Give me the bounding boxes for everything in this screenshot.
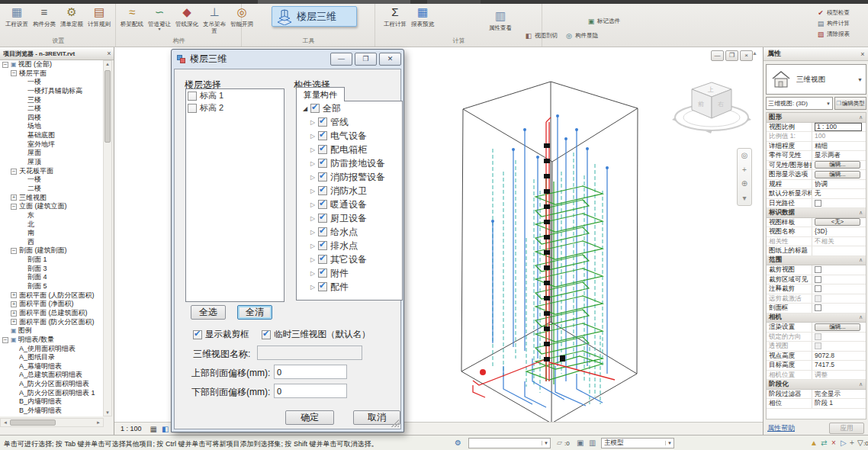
property-value[interactable] <box>812 294 866 304</box>
checkbox-icon[interactable] <box>262 330 271 339</box>
project-calc-button[interactable]: Σ工程计算 <box>381 5 409 38</box>
tree-item[interactable]: 一楼 <box>0 78 104 87</box>
restore-icon[interactable]: ❐ <box>725 50 738 61</box>
property-value[interactable]: 编辑... <box>812 161 866 170</box>
model-check-button[interactable]: ✔模型检查 <box>816 8 850 18</box>
close-icon[interactable]: × <box>104 50 114 57</box>
chevron-down-icon[interactable]: ▼ <box>857 77 863 82</box>
expand-icon[interactable]: ▷ <box>309 270 317 277</box>
checkbox-icon[interactable] <box>188 104 197 113</box>
floor-list[interactable]: 标高 1标高 2 <box>185 88 285 302</box>
checkbox-icon[interactable] <box>318 268 327 278</box>
checkbox-icon[interactable] <box>318 241 327 250</box>
tree-item[interactable]: 屋顶 <box>0 158 104 167</box>
worksets-icon[interactable]: ⚙ <box>455 439 461 447</box>
design-option-dropdown[interactable]: 主模型▼ <box>601 438 674 448</box>
tab-quantity-components[interactable]: 算量构件 <box>296 87 345 101</box>
properties-header[interactable]: 属性 × <box>764 47 868 61</box>
component-category-button[interactable]: ≡构件分类 <box>31 5 58 38</box>
clear-report-button[interactable]: ▧清除报表 <box>816 29 850 39</box>
visual-style-icon[interactable]: ◧ <box>162 425 169 433</box>
component-tree-item[interactable]: ▷暖通设备 <box>297 198 402 211</box>
link-select-icon[interactable]: ▷ <box>841 439 847 447</box>
tree-item[interactable]: 剖面 4 <box>0 273 104 282</box>
expand-icon[interactable]: ▷ <box>309 174 317 181</box>
view-cube[interactable]: 上 前 右 <box>670 67 754 151</box>
project-browser-header[interactable]: 项目浏览器 - n-3REVIT.rvt × <box>0 47 114 60</box>
view-scale[interactable]: 1 : 100 <box>121 425 142 432</box>
tree-item[interactable]: −▣明细表/数量 <box>0 336 104 345</box>
property-checkbox[interactable] <box>815 276 821 283</box>
minimize-icon[interactable]: — <box>711 50 724 61</box>
property-edit-button[interactable]: 编辑... <box>815 171 860 178</box>
property-value[interactable]: 完全显示 <box>812 390 866 399</box>
scrollbar-thumb[interactable] <box>10 419 56 426</box>
browser-vertical-scrollbar[interactable]: ▲ ▼ <box>103 60 112 416</box>
property-value[interactable]: 7417.5 <box>812 361 866 370</box>
property-value[interactable]: 9072.8 <box>812 352 866 361</box>
component-tree-item[interactable]: ▷排水点 <box>297 239 402 252</box>
tree-item[interactable]: 屋面 <box>0 149 104 158</box>
component-tree-item[interactable]: ▷管线 <box>297 115 402 129</box>
collapse-icon[interactable]: ∧ <box>859 314 863 320</box>
properties-help-link[interactable]: 属性帮助 <box>767 423 829 433</box>
property-section-header[interactable]: 范围∧ <box>767 256 866 266</box>
top-offset-input[interactable] <box>274 365 347 379</box>
project-settings-button[interactable]: ▦工程设置 <box>3 5 31 38</box>
tree-item[interactable]: 一楼 <box>0 175 104 185</box>
property-value[interactable] <box>812 342 866 351</box>
checkbox-icon[interactable] <box>318 186 327 195</box>
tree-item[interactable]: A_图纸目录 <box>0 353 104 362</box>
tree-item[interactable]: 剖面 3 <box>0 265 104 274</box>
component-tree-item[interactable]: ◢全部 <box>297 101 402 115</box>
checkbox-icon[interactable] <box>318 117 327 127</box>
checkbox-icon[interactable] <box>318 282 327 291</box>
expand-icon[interactable]: ▷ <box>309 146 317 153</box>
tree-item[interactable]: A_使用面积明细表 <box>0 345 104 354</box>
tree-item[interactable]: +面积平面 (防火分区面积) <box>0 318 104 327</box>
property-value[interactable]: 100 <box>812 132 866 141</box>
property-value[interactable]: 1 : 100 <box>812 123 866 132</box>
property-value[interactable]: 无 <box>812 189 866 198</box>
property-value[interactable] <box>812 246 866 256</box>
tree-item[interactable]: A_防火分区面积明细表 1 <box>0 389 104 398</box>
type-selector[interactable]: 三维视图 ▼ <box>766 64 866 95</box>
collapse-icon[interactable]: − <box>2 62 8 68</box>
ok-button[interactable]: 确定 <box>285 410 334 425</box>
property-checkbox[interactable] <box>815 285 821 292</box>
checkbox-icon[interactable] <box>193 330 202 339</box>
property-value[interactable]: {3D} <box>812 227 866 236</box>
tree-item[interactable]: 二楼 <box>0 185 104 194</box>
tray-wiring-button[interactable]: ≈桥架配线 <box>118 5 146 38</box>
property-value[interactable]: 精细 <box>812 142 866 151</box>
component-visibility-button[interactable]: ◎ 构件显隐 <box>564 31 598 40</box>
expand-icon[interactable]: ▷ <box>309 215 317 222</box>
zoom-icon[interactable]: ⊕ <box>741 180 747 188</box>
property-value[interactable] <box>812 333 866 342</box>
hanger-layout-button[interactable]: ⊥支吊架布置 <box>201 5 228 38</box>
calc-rules-button[interactable]: ▤计算规则 <box>85 5 113 38</box>
tree-item[interactable]: 东 <box>0 211 104 220</box>
expand-icon[interactable]: + <box>11 194 17 201</box>
tree-item[interactable]: −▣视图 (全部) <box>0 60 104 69</box>
workset-dropdown[interactable]: ▼ <box>468 438 551 448</box>
component-tree-item[interactable]: ▷其它设备 <box>297 252 402 266</box>
collapse-icon[interactable]: ∧ <box>859 381 863 387</box>
steering-wheel-icon[interactable]: ◎ <box>741 152 748 159</box>
maximize-icon[interactable]: ❐ <box>355 53 377 66</box>
checkbox-icon[interactable] <box>318 227 327 236</box>
component-calc-button[interactable]: ▤构件计算 <box>816 18 850 28</box>
dialog-titlebar[interactable]: 楼层三维 — ❐ ✕ <box>172 50 403 69</box>
collapse-icon[interactable]: − <box>2 337 8 343</box>
expand-icon[interactable]: ▷ <box>309 256 317 263</box>
property-value[interactable] <box>812 199 866 208</box>
property-value[interactable]: 编辑... <box>812 170 866 179</box>
underlay-select-icon[interactable]: + <box>850 439 854 447</box>
selection-filter-icon[interactable]: ▽ <box>857 439 863 447</box>
pipeline-deepening-button[interactable]: ◆管线深化 <box>173 5 201 38</box>
expand-icon[interactable]: + <box>11 310 17 317</box>
chevron-down-icon[interactable]: ▾ <box>742 194 746 202</box>
press-drag-icon[interactable]: ⇄ <box>821 439 827 447</box>
tree-item[interactable]: 四楼 <box>0 114 104 123</box>
property-section-header[interactable]: 阶段化∧ <box>767 380 866 390</box>
